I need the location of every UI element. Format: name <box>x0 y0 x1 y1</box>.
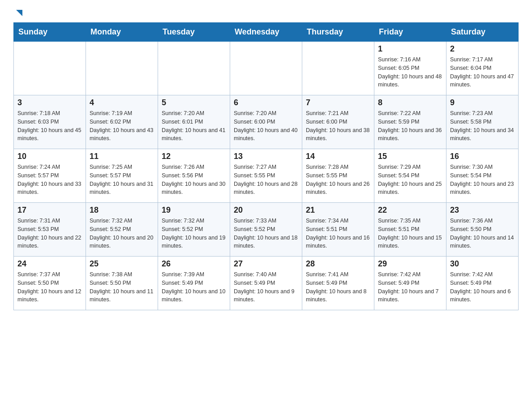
day-number: 3 <box>17 98 82 107</box>
weekday-header-tuesday: Tuesday <box>158 23 230 42</box>
calendar-cell <box>302 42 374 95</box>
day-number: 29 <box>378 259 442 269</box>
calendar-cell <box>230 42 302 95</box>
calendar-cell: 1Sunrise: 7:16 AMSunset: 6:05 PMDaylight… <box>374 42 446 95</box>
day-info: Sunrise: 7:30 AMSunset: 5:54 PMDaylight:… <box>450 163 515 197</box>
day-info: Sunrise: 7:35 AMSunset: 5:51 PMDaylight:… <box>378 217 442 250</box>
calendar-cell: 6Sunrise: 7:20 AMSunset: 6:00 PMDaylight… <box>230 95 302 149</box>
calendar-cell: 27Sunrise: 7:40 AMSunset: 5:49 PMDayligh… <box>230 257 302 310</box>
page-header <box>13 9 519 18</box>
day-info: Sunrise: 7:31 AMSunset: 5:53 PMDaylight:… <box>17 217 82 250</box>
logo <box>13 9 24 18</box>
day-number: 27 <box>234 259 298 269</box>
calendar-week-row: 17Sunrise: 7:31 AMSunset: 5:53 PMDayligh… <box>14 203 519 257</box>
day-info: Sunrise: 7:34 AMSunset: 5:51 PMDaylight:… <box>306 217 370 250</box>
day-number: 18 <box>90 206 154 215</box>
weekday-header-thursday: Thursday <box>302 23 374 42</box>
svg-marker-0 <box>16 10 22 16</box>
calendar-cell: 11Sunrise: 7:25 AMSunset: 5:57 PMDayligh… <box>86 149 158 203</box>
day-info: Sunrise: 7:17 AMSunset: 6:04 PMDaylight:… <box>450 56 515 89</box>
day-number: 19 <box>162 206 226 215</box>
calendar-cell: 23Sunrise: 7:36 AMSunset: 5:50 PMDayligh… <box>446 203 519 257</box>
calendar-cell: 8Sunrise: 7:22 AMSunset: 5:59 PMDaylight… <box>374 95 446 149</box>
day-info: Sunrise: 7:26 AMSunset: 5:56 PMDaylight:… <box>162 163 226 197</box>
day-number: 22 <box>378 206 442 215</box>
calendar-cell: 18Sunrise: 7:32 AMSunset: 5:52 PMDayligh… <box>86 203 158 257</box>
day-number: 12 <box>162 152 226 161</box>
calendar-week-row: 24Sunrise: 7:37 AMSunset: 5:50 PMDayligh… <box>14 257 519 310</box>
calendar-cell: 9Sunrise: 7:23 AMSunset: 5:58 PMDaylight… <box>446 95 519 149</box>
day-info: Sunrise: 7:24 AMSunset: 5:57 PMDaylight:… <box>17 163 82 197</box>
day-info: Sunrise: 7:42 AMSunset: 5:49 PMDaylight:… <box>450 270 515 304</box>
calendar-cell: 16Sunrise: 7:30 AMSunset: 5:54 PMDayligh… <box>446 149 519 203</box>
day-number: 17 <box>17 206 82 215</box>
day-number: 24 <box>17 259 82 269</box>
day-number: 5 <box>162 98 226 107</box>
day-number: 9 <box>450 98 515 107</box>
day-number: 2 <box>450 44 515 54</box>
calendar-cell <box>14 42 86 95</box>
logo-triangle-icon <box>14 8 24 18</box>
day-info: Sunrise: 7:33 AMSunset: 5:52 PMDaylight:… <box>234 217 298 250</box>
day-number: 6 <box>234 98 298 107</box>
calendar-cell: 25Sunrise: 7:38 AMSunset: 5:50 PMDayligh… <box>86 257 158 310</box>
day-number: 30 <box>450 259 515 269</box>
calendar-cell: 15Sunrise: 7:29 AMSunset: 5:54 PMDayligh… <box>374 149 446 203</box>
calendar-cell: 20Sunrise: 7:33 AMSunset: 5:52 PMDayligh… <box>230 203 302 257</box>
calendar-cell: 19Sunrise: 7:32 AMSunset: 5:52 PMDayligh… <box>158 203 230 257</box>
day-number: 4 <box>90 98 154 107</box>
day-number: 15 <box>378 152 442 161</box>
calendar-cell: 30Sunrise: 7:42 AMSunset: 5:49 PMDayligh… <box>446 257 519 310</box>
weekday-header-row: SundayMondayTuesdayWednesdayThursdayFrid… <box>14 23 519 42</box>
calendar-cell: 24Sunrise: 7:37 AMSunset: 5:50 PMDayligh… <box>14 257 86 310</box>
day-info: Sunrise: 7:37 AMSunset: 5:50 PMDaylight:… <box>17 270 82 304</box>
calendar-week-row: 3Sunrise: 7:18 AMSunset: 6:03 PMDaylight… <box>14 95 519 149</box>
day-number: 20 <box>234 206 298 215</box>
calendar-week-row: 1Sunrise: 7:16 AMSunset: 6:05 PMDaylight… <box>14 42 519 95</box>
calendar-cell: 22Sunrise: 7:35 AMSunset: 5:51 PMDayligh… <box>374 203 446 257</box>
calendar-cell: 3Sunrise: 7:18 AMSunset: 6:03 PMDaylight… <box>14 95 86 149</box>
calendar-cell: 12Sunrise: 7:26 AMSunset: 5:56 PMDayligh… <box>158 149 230 203</box>
day-info: Sunrise: 7:32 AMSunset: 5:52 PMDaylight:… <box>162 217 226 250</box>
day-number: 10 <box>17 152 82 161</box>
calendar-cell: 17Sunrise: 7:31 AMSunset: 5:53 PMDayligh… <box>14 203 86 257</box>
day-number: 8 <box>378 98 442 107</box>
day-info: Sunrise: 7:42 AMSunset: 5:49 PMDaylight:… <box>378 270 442 304</box>
calendar-cell: 28Sunrise: 7:41 AMSunset: 5:49 PMDayligh… <box>302 257 374 310</box>
day-number: 11 <box>90 152 154 161</box>
day-info: Sunrise: 7:32 AMSunset: 5:52 PMDaylight:… <box>90 217 154 250</box>
day-info: Sunrise: 7:25 AMSunset: 5:57 PMDaylight:… <box>90 163 154 197</box>
weekday-header-wednesday: Wednesday <box>230 23 302 42</box>
calendar-cell: 2Sunrise: 7:17 AMSunset: 6:04 PMDaylight… <box>446 42 519 95</box>
calendar-cell: 10Sunrise: 7:24 AMSunset: 5:57 PMDayligh… <box>14 149 86 203</box>
day-info: Sunrise: 7:38 AMSunset: 5:50 PMDaylight:… <box>90 270 154 304</box>
calendar-week-row: 10Sunrise: 7:24 AMSunset: 5:57 PMDayligh… <box>14 149 519 203</box>
day-info: Sunrise: 7:36 AMSunset: 5:50 PMDaylight:… <box>450 217 515 250</box>
weekday-header-saturday: Saturday <box>446 23 519 42</box>
day-info: Sunrise: 7:23 AMSunset: 5:58 PMDaylight:… <box>450 109 515 143</box>
day-info: Sunrise: 7:22 AMSunset: 5:59 PMDaylight:… <box>378 109 442 143</box>
day-number: 14 <box>306 152 370 161</box>
day-number: 26 <box>162 259 226 269</box>
day-info: Sunrise: 7:29 AMSunset: 5:54 PMDaylight:… <box>378 163 442 197</box>
day-info: Sunrise: 7:27 AMSunset: 5:55 PMDaylight:… <box>234 163 298 197</box>
weekday-header-monday: Monday <box>86 23 158 42</box>
calendar-cell: 13Sunrise: 7:27 AMSunset: 5:55 PMDayligh… <box>230 149 302 203</box>
calendar-cell: 7Sunrise: 7:21 AMSunset: 6:00 PMDaylight… <box>302 95 374 149</box>
day-number: 16 <box>450 152 515 161</box>
day-number: 23 <box>450 206 515 215</box>
day-number: 21 <box>306 206 370 215</box>
weekday-header-friday: Friday <box>374 23 446 42</box>
day-info: Sunrise: 7:19 AMSunset: 6:02 PMDaylight:… <box>90 109 154 143</box>
calendar-cell: 5Sunrise: 7:20 AMSunset: 6:01 PMDaylight… <box>158 95 230 149</box>
day-number: 28 <box>306 259 370 269</box>
day-info: Sunrise: 7:18 AMSunset: 6:03 PMDaylight:… <box>17 109 82 143</box>
day-number: 13 <box>234 152 298 161</box>
day-number: 1 <box>378 44 442 54</box>
calendar-table: SundayMondayTuesdayWednesdayThursdayFrid… <box>13 22 519 310</box>
day-number: 7 <box>306 98 370 107</box>
calendar-cell: 29Sunrise: 7:42 AMSunset: 5:49 PMDayligh… <box>374 257 446 310</box>
day-info: Sunrise: 7:20 AMSunset: 6:00 PMDaylight:… <box>234 109 298 143</box>
day-info: Sunrise: 7:20 AMSunset: 6:01 PMDaylight:… <box>162 109 226 143</box>
day-info: Sunrise: 7:16 AMSunset: 6:05 PMDaylight:… <box>378 56 442 89</box>
